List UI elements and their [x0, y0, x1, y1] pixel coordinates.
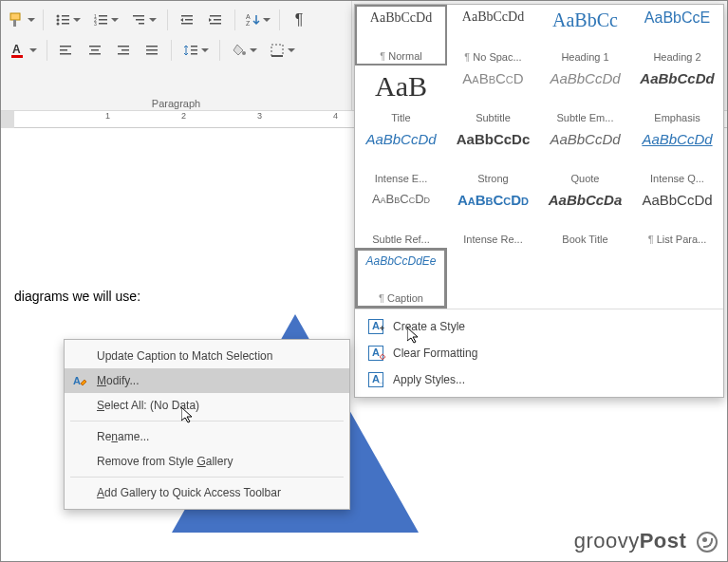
align-left-button[interactable] [55, 38, 78, 63]
borders-button[interactable] [266, 38, 298, 63]
show-marks-button[interactable]: ¶ [288, 8, 310, 32]
style-tile-no-spac[interactable]: AaBbCcDdNo Spac... [447, 5, 539, 66]
svg-rect-15 [136, 19, 144, 21]
style-tile-title[interactable]: AaBTitle [355, 66, 447, 126]
shading-button[interactable] [228, 38, 260, 63]
numbering-button[interactable]: 123 [89, 8, 121, 32]
style-tile-list-para[interactable]: AaBbCcDdList Para... [631, 187, 723, 248]
font-color-icon: A [9, 42, 27, 59]
apply-styles-item[interactable]: A Apply Styles... [355, 366, 723, 393]
line-spacing-button[interactable] [179, 38, 212, 63]
style-preview: AaB [358, 70, 444, 103]
cursor-icon [407, 328, 422, 347]
align-right-button[interactable] [112, 38, 135, 63]
style-label: Book Title [542, 234, 628, 245]
align-justify-button[interactable] [140, 38, 163, 63]
svg-rect-7 [62, 23, 69, 25]
font-color-button[interactable]: A [7, 38, 39, 63]
svg-point-6 [56, 23, 59, 26]
document-text[interactable]: diagrams we will use: [14, 289, 140, 304]
separator [43, 9, 44, 30]
watermark-text1: groovy [574, 529, 640, 553]
shading-icon [232, 43, 247, 58]
style-tile-normal[interactable]: AaBbCcDdNormal [355, 5, 447, 66]
svg-rect-45 [271, 45, 283, 56]
ctx-select-item[interactable]: Select All: (No Data) [65, 393, 349, 418]
svg-rect-28 [11, 55, 23, 58]
watermark-logo-icon [697, 532, 718, 553]
svg-marker-49 [407, 328, 418, 343]
svg-rect-43 [191, 53, 197, 55]
svg-rect-30 [60, 49, 67, 51]
style-tile-strong[interactable]: AaBbCcDcStrong [447, 126, 539, 187]
svg-rect-42 [191, 49, 197, 51]
separator [47, 40, 47, 61]
style-tile-intense-q[interactable]: AaBbCcDdIntense Q... [631, 126, 723, 187]
ctx-rename-item[interactable]: Rename... [65, 424, 349, 449]
style-preview: AaBbCcDd [542, 131, 628, 147]
style-tile-intense-e[interactable]: AaBbCcDdIntense E... [355, 126, 447, 187]
style-tile-subtle-ref[interactable]: AaBbCcDdSubtle Ref... [355, 187, 447, 248]
style-preview: AaBbCcDd [542, 70, 628, 86]
style-tile-quote[interactable]: AaBbCcDdQuote [539, 126, 631, 187]
svg-rect-0 [10, 13, 20, 20]
align-center-button[interactable] [84, 38, 106, 63]
style-label: Subtle Ref... [358, 234, 444, 245]
sort-button[interactable]: AZ [243, 8, 271, 32]
style-preview: AaBbCcDdEe [360, 254, 442, 268]
style-label: Intense E... [358, 173, 444, 184]
clear-formatting-label: Clear Formatting [393, 347, 477, 360]
bullets-button[interactable] [51, 8, 84, 32]
svg-text:A: A [73, 375, 81, 386]
apply-styles-label: Apply Styles... [393, 373, 465, 386]
style-preview: AaBbCcDd [634, 131, 720, 147]
ctx-qat-item[interactable]: Add Gallery to Quick Access Toolbar [65, 480, 349, 505]
svg-text:3: 3 [94, 21, 97, 27]
style-label: Subtitle [450, 112, 536, 123]
ctx-item-label: Add Gallery to Quick Access Toolbar [97, 486, 281, 499]
format-painter-button[interactable] [7, 8, 35, 32]
create-style-icon: A [368, 319, 383, 334]
decrease-indent-button[interactable] [176, 8, 198, 32]
ctx-item-label: Rename... [97, 430, 149, 443]
multilevel-icon [131, 12, 146, 28]
sort-icon: AZ [245, 12, 260, 28]
svg-text:A: A [12, 43, 21, 56]
style-tile-intense-re[interactable]: AaBbCcDdIntense Re... [447, 187, 539, 248]
separator [219, 40, 220, 61]
style-tile-subtle-em[interactable]: AaBbCcDdSubtle Em... [539, 66, 631, 126]
create-style-label: Create a Style [393, 320, 465, 333]
svg-rect-40 [146, 53, 158, 55]
svg-rect-5 [62, 19, 69, 21]
style-tile-heading-1[interactable]: AaBbCcHeading 1 [539, 5, 631, 66]
style-preview: AaBbCcDd [634, 192, 720, 208]
style-tile-emphasis[interactable]: AaBbCcDdEmphasis [631, 66, 723, 126]
svg-rect-13 [99, 23, 107, 25]
clear-formatting-icon: A [368, 346, 383, 361]
svg-text:Z: Z [246, 20, 251, 27]
style-context-menu: Update Caption to Match SelectionAModify… [64, 339, 350, 510]
svg-rect-11 [99, 19, 107, 21]
svg-rect-35 [118, 46, 129, 47]
ctx-update-item[interactable]: Update Caption to Match Selection [65, 344, 349, 368]
paragraph-group: 123 AZ ¶ [1, 1, 352, 110]
cursor-icon [181, 407, 196, 426]
style-tile-book-title[interactable]: AaBbCcDaBook Title [539, 187, 631, 248]
ctx-remove-item[interactable]: Remove from Style Gallery [65, 449, 349, 474]
ctx-item-label: Update Caption to Match Selection [97, 349, 272, 363]
style-label: Heading 2 [634, 51, 720, 63]
increase-indent-button[interactable] [204, 8, 227, 32]
format-painter-icon [8, 11, 25, 28]
multilevel-list-button[interactable] [127, 8, 159, 32]
svg-point-4 [56, 19, 59, 22]
svg-marker-19 [180, 18, 183, 22]
pilcrow-icon: ¶ [295, 11, 304, 28]
svg-rect-21 [210, 15, 221, 17]
style-tile-subtitle[interactable]: AaBbCcDSubtitle [447, 66, 539, 126]
style-tile-caption[interactable]: AaBbCcDdEeCaption [355, 248, 447, 309]
style-label: Caption [360, 292, 442, 304]
style-tile-heading-2[interactable]: AaBbCcEHeading 2 [631, 5, 723, 66]
ctx-item-label: Remove from Style Gallery [97, 455, 233, 468]
bullets-icon [55, 12, 70, 28]
ctx-modify-item[interactable]: AModify... [65, 368, 349, 393]
